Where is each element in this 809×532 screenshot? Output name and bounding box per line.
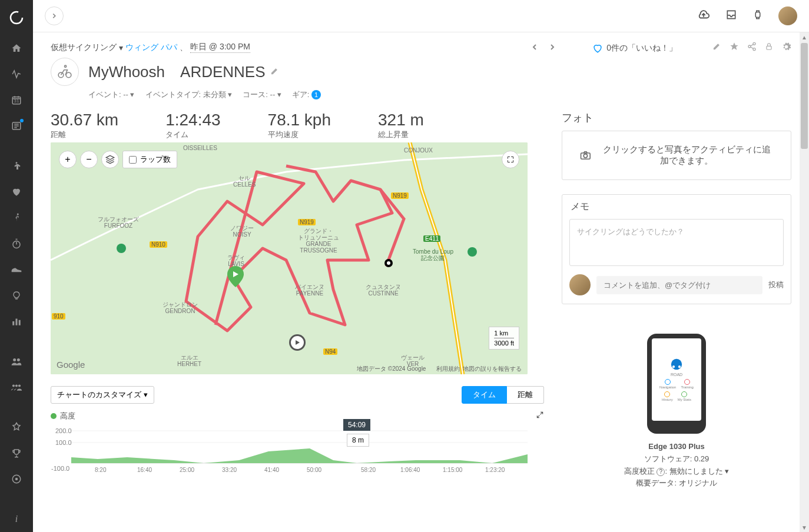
sidebar-body-icon[interactable] — [5, 154, 28, 178]
svg-point-9 — [13, 358, 16, 361]
map-start-marker — [227, 266, 244, 287]
likes-count[interactable]: 0件の「いいね！」 — [592, 43, 677, 54]
header — [33, 0, 809, 32]
map-lap-toggle[interactable]: ラップ数 — [122, 151, 177, 168]
sidebar-calendar-icon[interactable]: 31 — [5, 88, 28, 112]
sidebar-news-icon[interactable] — [5, 114, 28, 138]
chart-tab-distance[interactable]: 距離 — [507, 386, 544, 404]
user-avatar[interactable] — [778, 6, 797, 25]
elevation-chart[interactable]: 高度 200.0 100.0 — [51, 411, 544, 477]
device-calibration[interactable]: 高度校正 ?: 無効にしました ▾ — [562, 466, 791, 478]
share-icon[interactable] — [747, 42, 757, 54]
chart-tab-time[interactable]: タイム — [462, 386, 507, 404]
sidebar-heart-icon[interactable] — [5, 180, 28, 204]
sidebar-groups-icon[interactable] — [5, 350, 28, 373]
app-logo[interactable] — [8, 9, 25, 26]
device-image: ROAD Navigation Training History My Stat… — [647, 334, 706, 434]
map-report[interactable]: 地図の誤りを報告する — [463, 365, 522, 373]
svg-point-21 — [753, 48, 755, 51]
sidebar-badge-icon[interactable] — [5, 415, 28, 439]
device-software: ソフトウェア: 0.29 — [562, 453, 791, 466]
scrollbar-thumb[interactable] — [801, 43, 808, 149]
sidebar-target-icon[interactable] — [5, 467, 28, 491]
map-fullscreen-button[interactable] — [502, 151, 519, 168]
sidebar-activity-icon[interactable] — [5, 62, 28, 86]
svg-point-18 — [66, 72, 71, 78]
activity-title: MyWhoosh ARDENNES — [88, 62, 266, 82]
map-scale: 1 km 3000 ft — [489, 327, 519, 350]
edit-icon[interactable] — [712, 42, 721, 54]
scrollbar-down-icon[interactable]: ▼ — [800, 523, 809, 532]
stat-time: 1:24:43 — [165, 111, 220, 129]
activity-type[interactable]: 仮想サイクリング — [51, 42, 117, 53]
sidebar-info-icon[interactable]: i — [5, 507, 28, 531]
add-photo-button[interactable]: クリックすると写真をアクティビティに追加できます。 — [562, 131, 791, 180]
prev-activity-icon[interactable] — [530, 42, 539, 54]
map-play-marker[interactable] — [289, 334, 306, 351]
map-zoom-out-button[interactable]: − — [80, 151, 98, 168]
gear-meta[interactable]: ギア: 1 — [292, 89, 321, 100]
device-info: ROAD Navigation Training History My Stat… — [562, 334, 791, 490]
lock-icon[interactable] — [765, 42, 773, 54]
breadcrumb: 仮想サイクリング ▾ ウィング パパ 、 昨日 @ 3:00 PM — [51, 42, 321, 53]
map-layers-button[interactable] — [101, 151, 119, 168]
svg-point-44 — [671, 358, 682, 369]
svg-point-3 — [16, 162, 18, 164]
watch-icon[interactable] — [752, 9, 763, 23]
chart-tooltip-time: 54:09 — [343, 419, 370, 431]
svg-point-12 — [15, 384, 18, 387]
sidebar-bulb-icon[interactable] — [5, 284, 28, 307]
device-data-source: 概要データ: オリジナル — [562, 477, 791, 490]
gear-icon[interactable] — [781, 42, 791, 54]
photo-title: フォト — [562, 111, 791, 125]
inbox-icon[interactable] — [725, 9, 737, 23]
svg-point-15 — [16, 478, 18, 480]
chart-customize-button[interactable]: チャートのカスタマイズ ▾ — [51, 386, 154, 404]
user-link[interactable]: ウィング パパ — [125, 42, 177, 53]
course-meta[interactable]: コース: -- ▾ — [243, 89, 281, 100]
svg-point-13 — [18, 384, 21, 387]
comment-input[interactable] — [596, 276, 762, 294]
svg-point-19 — [753, 42, 755, 45]
svg-text:25:00: 25:00 — [180, 467, 194, 473]
chart-tooltip-val: 8 m — [347, 434, 369, 447]
sidebar-trophy-icon[interactable] — [5, 441, 28, 465]
cloud-upload-icon[interactable] — [697, 8, 710, 24]
svg-rect-7 — [16, 319, 18, 325]
scrollbar-up-icon[interactable]: ▲ — [800, 32, 809, 42]
map-zoom-in-button[interactable]: + — [59, 151, 77, 168]
info-icon: ? — [657, 468, 665, 476]
event-meta[interactable]: イベント: -- ▾ — [88, 89, 135, 100]
sidebar: 31 i — [0, 0, 33, 532]
svg-point-0 — [11, 12, 22, 24]
sidebar-toggle-button[interactable] — [45, 6, 64, 25]
memo-title: メモ — [562, 195, 791, 219]
event-type-meta[interactable]: イベントタイプ: 未分類 ▾ — [145, 89, 233, 100]
comment-submit-button[interactable]: 投稿 — [768, 280, 784, 290]
sidebar-home-icon[interactable] — [5, 36, 28, 60]
map-terms[interactable]: 利用規約 — [436, 365, 460, 373]
stat-distance: 30.67 km — [51, 111, 118, 129]
next-activity-icon[interactable] — [548, 42, 557, 54]
svg-text:58:20: 58:20 — [361, 467, 376, 473]
svg-text:41:40: 41:40 — [264, 467, 279, 473]
sidebar-run-icon[interactable] — [5, 206, 28, 230]
svg-rect-22 — [767, 46, 771, 49]
sidebar-shoe-icon[interactable] — [5, 258, 28, 281]
sidebar-connections-icon[interactable] — [5, 375, 28, 399]
camera-icon — [580, 149, 591, 161]
star-icon[interactable] — [730, 42, 739, 54]
memo-input[interactable]: サイクリングはどうでしたか？ — [569, 219, 784, 266]
sidebar-stopwatch-icon[interactable] — [5, 232, 28, 255]
svg-rect-8 — [19, 320, 21, 325]
stat-speed: 78.1 kph — [268, 111, 331, 129]
sidebar-stats-icon[interactable] — [5, 310, 28, 333]
chart-expand-icon[interactable] — [536, 411, 544, 421]
svg-point-20 — [748, 45, 751, 48]
svg-rect-6 — [12, 321, 14, 325]
svg-text:200.0: 200.0 — [55, 427, 72, 434]
activity-timestamp: 昨日 @ 3:00 PM — [190, 42, 250, 53]
map[interactable]: CONJOUX OISSEILLES フルフォオーズ FURFOOZ セル CE… — [51, 142, 528, 374]
edit-title-icon[interactable] — [270, 66, 279, 78]
scrollbar[interactable]: ▲ ▼ — [800, 32, 809, 532]
